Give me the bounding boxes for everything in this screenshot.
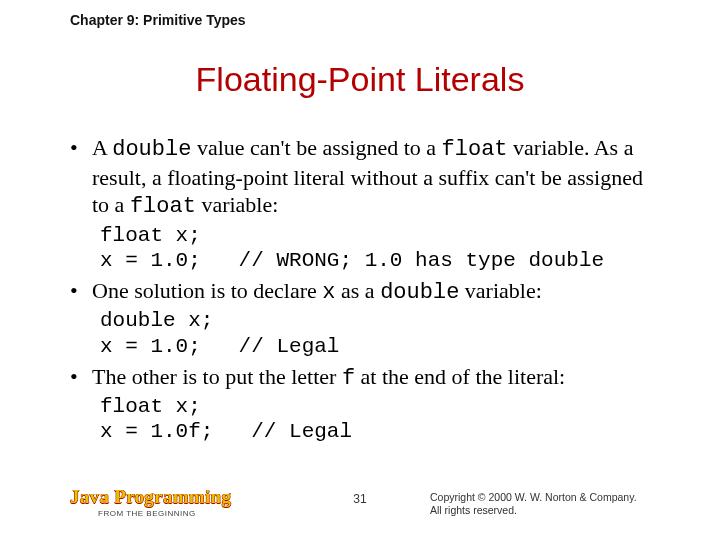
text: One solution is to declare (92, 278, 322, 303)
bullet-1: • A double value can't be assigned to a … (70, 134, 660, 221)
bullet-2: • One solution is to declare x as a doub… (70, 277, 660, 307)
code-block-2: double x; x = 1.0; // Legal (100, 308, 660, 358)
text: variable: (196, 192, 278, 217)
bullet-2-text: One solution is to declare x as a double… (92, 277, 660, 307)
text: variable: (459, 278, 541, 303)
content-area: • A double value can't be assigned to a … (70, 130, 660, 445)
bullet-dot: • (70, 363, 92, 393)
text: value can't be assigned to a (191, 135, 441, 160)
code-inline: double (380, 280, 459, 305)
bullet-1-text: A double value can't be assigned to a fl… (92, 134, 660, 221)
bullet-dot: • (70, 134, 92, 221)
code-inline: f (342, 366, 355, 391)
bullet-dot: • (70, 277, 92, 307)
text: The other is to put the letter (92, 364, 342, 389)
text: at the end of the literal: (355, 364, 565, 389)
code-inline: float (130, 194, 196, 219)
slide: Chapter 9: Primitive Types Floating-Poin… (0, 0, 720, 540)
code-block-3: float x; x = 1.0f; // Legal (100, 394, 660, 444)
copyright-line-1: Copyright © 2000 W. W. Norton & Company. (430, 491, 660, 505)
brand-subtitle: FROM THE BEGINNING (98, 509, 231, 518)
code-inline: x (322, 280, 335, 305)
bullet-3-text: The other is to put the letter f at the … (92, 363, 660, 393)
bullet-3: • The other is to put the letter f at th… (70, 363, 660, 393)
text: as a (336, 278, 381, 303)
code-inline: double (112, 137, 191, 162)
copyright-line-2: All rights reserved. (430, 504, 660, 518)
code-block-1: float x; x = 1.0; // WRONG; 1.0 has type… (100, 223, 660, 273)
page-title: Floating-Point Literals (0, 60, 720, 99)
code-inline: float (442, 137, 508, 162)
copyright: Copyright © 2000 W. W. Norton & Company.… (430, 491, 660, 518)
text: A (92, 135, 112, 160)
chapter-label: Chapter 9: Primitive Types (70, 12, 246, 28)
